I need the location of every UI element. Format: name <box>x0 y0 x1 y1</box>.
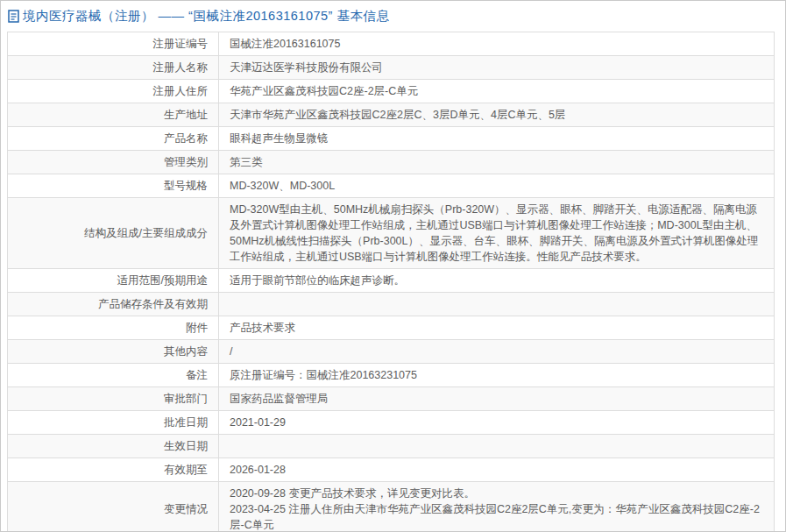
table-row-production-address: 生产地址 天津市华苑产业区鑫茂科技园C2座2层C、3层D单元、4层C单元、5层 <box>8 103 775 127</box>
row-value: 适用于眼前节部位的临床超声诊断。 <box>219 269 775 293</box>
table-row-model-spec: 型号规格 MD-320W、MD-300L <box>8 174 775 198</box>
row-label: 生产地址 <box>8 103 219 127</box>
row-value: MD-320W、MD-300L <box>219 174 775 198</box>
row-value: MD-320W型由主机、50MHz机械扇扫探头（Prb-320W）、显示器、眼杯… <box>219 198 775 269</box>
row-label: 产品名称 <box>8 127 219 151</box>
page-title: 境内医疗器械（注册） —— “国械注准20163161075” 基本信息 <box>23 8 389 25</box>
row-value: 第三类 <box>219 151 775 174</box>
row-label: 有效期至 <box>8 458 219 482</box>
row-value: 原注册证编号：国械注准20163231075 <box>219 364 775 387</box>
table-row-product-name: 产品名称 眼科超声生物显微镜 <box>8 127 775 151</box>
table-row-structure-composition: 结构及组成/主要组成成分 MD-320W型由主机、50MHz机械扇扫探头（Prb… <box>8 198 775 269</box>
row-label: 注册人名称 <box>8 56 219 80</box>
table-row-approval-department: 审批部门 国家药品监督管理局 <box>8 387 775 411</box>
row-value <box>219 293 775 316</box>
row-value: 国械注准20163161075 <box>219 32 775 56</box>
page: { "page": { "title": "境内医疗器械（注册） —— “国械注… <box>0 0 786 532</box>
row-value: 2026-01-28 <box>219 458 775 482</box>
row-label: 审批部门 <box>8 387 219 411</box>
document-icon <box>8 10 19 23</box>
row-label: 结构及组成/主要组成成分 <box>8 198 219 269</box>
row-label: 变更情况 <box>8 482 219 532</box>
row-label: 附件 <box>8 316 219 340</box>
table-row-registrant-address: 注册人住所 华苑产业区鑫茂科技园C2座-2层-C单元 <box>8 80 775 103</box>
title-bar: 境内医疗器械（注册） —— “国械注准20163161075” 基本信息 <box>1 1 785 32</box>
row-label: 其他内容 <box>8 340 219 364</box>
table-row-other-content: 其他内容 / <box>8 340 775 364</box>
row-label: 适用范围/预期用途 <box>8 269 219 293</box>
table-row-intended-use: 适用范围/预期用途 适用于眼前节部位的临床超声诊断。 <box>8 269 775 293</box>
row-label: 注册证编号 <box>8 32 219 56</box>
table-row-approval-date: 批准日期 2021-01-29 <box>8 411 775 435</box>
table-row-management-class: 管理类别 第三类 <box>8 151 775 174</box>
row-value: 天津市华苑产业区鑫茂科技园C2座2层C、3层D单元、4层C单元、5层 <box>219 103 775 127</box>
row-value: 2021-01-29 <box>219 411 775 435</box>
row-label: 产品储存条件及有效期 <box>8 293 219 316</box>
table-row-valid-until: 有效期至 2026-01-28 <box>8 458 775 482</box>
table-row-change-history: 变更情况 2020-09-28 变更产品技术要求，详见变更对比表。 2023-0… <box>8 482 775 532</box>
row-label: 备注 <box>8 364 219 387</box>
row-value: 2020-09-28 变更产品技术要求，详见变更对比表。 2023-04-25 … <box>219 482 775 532</box>
registration-info-table: 注册证编号 国械注准20163161075 注册人名称 天津迈达医学科技股份有限… <box>7 32 775 532</box>
row-label: 生效日期 <box>8 435 219 458</box>
row-value <box>219 435 775 458</box>
row-value: 华苑产业区鑫茂科技园C2座-2层-C单元 <box>219 80 775 103</box>
table-row-registrant-name: 注册人名称 天津迈达医学科技股份有限公司 <box>8 56 775 80</box>
row-value: 眼科超声生物显微镜 <box>219 127 775 151</box>
row-value: / <box>219 340 775 364</box>
table-row-certificate-number: 注册证编号 国械注准20163161075 <box>8 32 775 56</box>
change-entry: 2023-04-25 注册人住所由天津市华苑产业区鑫茂科技园C2座2层C单元,变… <box>230 501 763 532</box>
row-value: 国家药品监督管理局 <box>219 387 775 411</box>
row-label: 型号规格 <box>8 174 219 198</box>
table-row-effective-date: 生效日期 <box>8 435 775 458</box>
row-label: 批准日期 <box>8 411 219 435</box>
table-row-attachment: 附件 产品技术要求 <box>8 316 775 340</box>
row-value: 天津迈达医学科技股份有限公司 <box>219 56 775 80</box>
row-value: 产品技术要求 <box>219 316 775 340</box>
table-row-remarks: 备注 原注册证编号：国械注准20163231075 <box>8 364 775 387</box>
row-label: 注册人住所 <box>8 80 219 103</box>
row-label: 管理类别 <box>8 151 219 174</box>
table-row-storage-validity: 产品储存条件及有效期 <box>8 293 775 316</box>
change-entry: 2020-09-28 变更产品技术要求，详见变更对比表。 <box>230 486 763 501</box>
